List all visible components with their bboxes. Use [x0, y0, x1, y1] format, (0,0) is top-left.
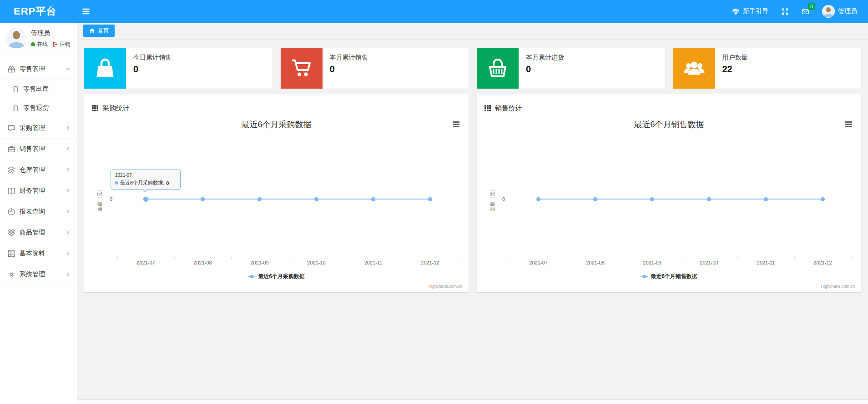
- tab-home[interactable]: 首页: [83, 25, 115, 37]
- sidebar-item-finance[interactable]: 财务管理: [0, 180, 77, 201]
- x-axis-label: 2021-09: [634, 260, 671, 265]
- sidebar-item-purchase[interactable]: 采购管理: [0, 118, 77, 139]
- doc-icon: [12, 105, 19, 112]
- sidebar-item-basic[interactable]: 基本资料: [0, 243, 77, 264]
- data-point[interactable]: [593, 197, 597, 201]
- chart-panel-0: 采购统计最近6个月采购数据金额（元）02021-072021-082021-09…: [84, 94, 469, 292]
- sidebar-item-sales[interactable]: 销售管理: [0, 139, 77, 160]
- x-axis-tick: [345, 257, 345, 259]
- stat-card-0: 今日累计销售0: [84, 48, 273, 89]
- stat-card-body: 本月累计销售0: [323, 48, 375, 89]
- highcharts-credit-link[interactable]: Highcharts.com.cn: [428, 284, 462, 289]
- legend-item[interactable]: 最近6个月采购数据: [248, 273, 305, 280]
- data-point[interactable]: [821, 197, 825, 201]
- tooltip-series-dot-icon: [115, 181, 118, 185]
- x-axis-tick: [117, 257, 118, 259]
- sidebar-item-label: 报表查询: [20, 208, 66, 216]
- chart-export-menu-icon[interactable]: [845, 121, 852, 127]
- legend-label: 最近6个月采购数据: [258, 273, 305, 280]
- data-point[interactable]: [707, 197, 711, 201]
- panel-title: 采购统计: [102, 104, 130, 113]
- sidebar-item-warehouse[interactable]: 仓库管理: [0, 160, 77, 180]
- sidebar-user-name: 管理员: [31, 29, 71, 37]
- tab-label: 首页: [98, 27, 109, 35]
- sidebar-item-report[interactable]: 报表查询: [0, 201, 77, 222]
- x-axis-tick: [288, 257, 288, 259]
- data-point[interactable]: [143, 197, 148, 202]
- legend-marker-icon: [248, 274, 255, 279]
- y-axis-tick-label: 0: [493, 196, 505, 202]
- home-icon: [89, 28, 95, 34]
- x-axis-label: 2021-08: [185, 260, 221, 265]
- x-axis-tick: [794, 257, 795, 259]
- logout-button[interactable]: 注销: [52, 40, 71, 48]
- cart-icon: [281, 48, 323, 89]
- series-line: [539, 199, 823, 200]
- messages-button[interactable]: 0: [802, 8, 809, 15]
- stat-card-label: 本月累计销售: [330, 54, 368, 62]
- x-axis-tick: [510, 257, 510, 259]
- footer: [77, 399, 868, 404]
- x-axis-tick: [231, 257, 232, 259]
- sidebar-subitem-retail-out[interactable]: 零售出库: [0, 80, 77, 99]
- sidebar-item-label: 财务管理: [20, 187, 66, 195]
- guide-button[interactable]: 新手引导: [732, 7, 768, 15]
- fullscreen-button[interactable]: [781, 8, 789, 15]
- x-axis-label: 2021-12: [412, 260, 449, 265]
- tooltip-series-label: 最近6个月采购数据:: [120, 180, 164, 186]
- online-status-label: 在线: [37, 40, 48, 48]
- x-axis-label: 2021-07: [520, 260, 557, 265]
- chart-title: 最近6个月采购数据: [90, 119, 463, 130]
- data-point[interactable]: [650, 197, 654, 201]
- chart-panel-1: 销售统计最近6个月销售数据金额（元）02021-072021-082021-09…: [477, 94, 861, 292]
- x-axis-label: 2021-10: [691, 260, 727, 265]
- sidebar-subitem-retail-return[interactable]: 零售退货: [0, 99, 77, 118]
- sidebar-user-panel: 管理员 在线 注销: [0, 23, 77, 55]
- data-point[interactable]: [257, 197, 262, 201]
- data-point[interactable]: [536, 197, 540, 201]
- x-axis-label: 2021-11: [748, 260, 784, 265]
- chevron-down-icon: [66, 66, 71, 71]
- data-point[interactable]: [371, 197, 375, 201]
- data-point[interactable]: [764, 197, 768, 201]
- x-axis-label: 2021-10: [298, 260, 335, 265]
- x-axis-label: 2021-08: [577, 260, 614, 265]
- legend-marker-icon: [641, 274, 648, 279]
- stat-cards-row: 今日累计销售0本月累计销售0本月累计进货0用户数量22: [84, 48, 861, 89]
- sidebar-item-system[interactable]: 系统管理: [0, 264, 77, 285]
- tooltip-arrow: [142, 189, 148, 191]
- x-axis-tick: [737, 257, 738, 259]
- bag-icon: [84, 48, 126, 89]
- user-menu[interactable]: 管理员: [822, 5, 857, 18]
- brand: ERP平台: [14, 5, 56, 18]
- tooltip-date: 2021-07: [115, 173, 176, 178]
- chevron-left-icon: [66, 209, 71, 214]
- chart-tooltip: 2021-07最近6个月采购数据: 0: [111, 170, 181, 190]
- series-line: [146, 199, 430, 200]
- sidebar-item-label: 基本资料: [20, 249, 66, 258]
- sidebar-item-label: 系统管理: [20, 270, 66, 279]
- pie-icon: [7, 208, 15, 216]
- chevron-left-icon: [66, 272, 71, 277]
- sidebar-item-label: 采购管理: [20, 124, 66, 132]
- chart-legend: 最近6个月采购数据: [90, 273, 463, 280]
- th-grid-icon: [91, 105, 99, 112]
- chart-legend: 最近6个月销售数据: [482, 273, 856, 280]
- sidebar-item-retail[interactable]: 零售管理: [0, 59, 77, 80]
- chart-export-menu-icon[interactable]: [453, 121, 459, 127]
- data-point[interactable]: [428, 197, 432, 201]
- legend-item[interactable]: 最近6个月销售数据: [641, 273, 697, 280]
- panel-title: 销售统计: [495, 104, 522, 113]
- stat-card-value: 0: [526, 64, 564, 75]
- data-point[interactable]: [201, 197, 205, 201]
- chevron-left-icon: [66, 251, 71, 256]
- x-axis-label: 2021-11: [355, 260, 392, 265]
- sidebar-item-goods[interactable]: 商品管理: [0, 222, 77, 243]
- chevron-left-icon: [66, 167, 71, 172]
- hamburger-icon[interactable]: [81, 7, 91, 16]
- layers-icon: [7, 166, 15, 174]
- x-axis-label: 2021-09: [242, 260, 278, 265]
- tooltip-value: 0: [166, 180, 169, 186]
- data-point[interactable]: [314, 197, 318, 201]
- highcharts-credit-link[interactable]: Highcharts.com.cn: [821, 284, 855, 289]
